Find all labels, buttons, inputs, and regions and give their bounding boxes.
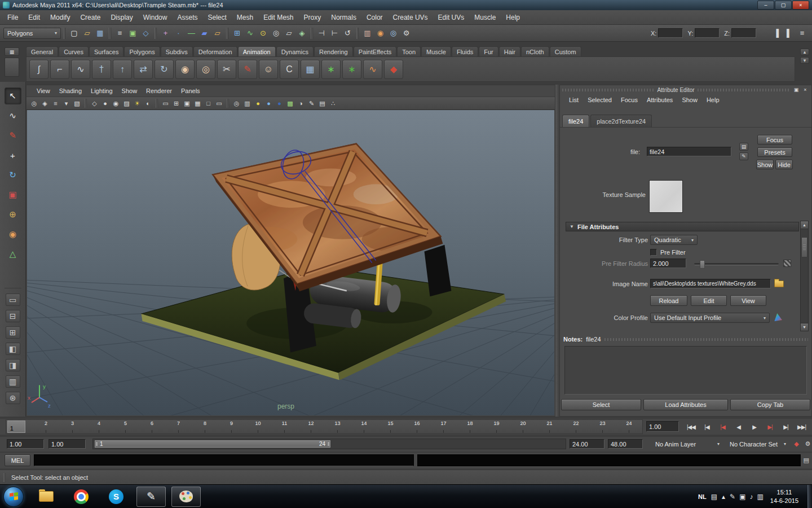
timeline-frame[interactable]: 14: [351, 420, 377, 433]
grease-pencil-icon[interactable]: ✎: [306, 98, 317, 108]
layout-outliner-persp-icon[interactable]: ▥: [6, 375, 20, 388]
playback-range-bar[interactable]: 1 24: [95, 440, 330, 448]
shelf-scroll-down-icon[interactable]: ▾: [800, 57, 809, 64]
menu-muscle[interactable]: Muscle: [469, 10, 501, 24]
shelf-tab-deformation[interactable]: Deformation: [193, 46, 237, 56]
vp-menu-view[interactable]: View: [32, 87, 55, 94]
shelf-tab-hair[interactable]: Hair: [499, 46, 520, 56]
show-desktop-button[interactable]: [807, 485, 812, 508]
open-scene-icon[interactable]: ▱: [81, 27, 94, 40]
menu-mesh[interactable]: Mesh: [232, 10, 258, 24]
shelf-scroll-up-icon[interactable]: ▴: [800, 49, 809, 55]
pre-filter-radius-field[interactable]: [650, 259, 686, 268]
select-tool[interactable]: ↖: [5, 87, 21, 104]
select-hulls-mask-icon[interactable]: ▱: [211, 27, 224, 40]
wireframe-icon[interactable]: ◇: [89, 98, 100, 108]
shelf-tab-muscle[interactable]: Muscle: [421, 46, 451, 56]
paint-app-taskbar-icon[interactable]: [171, 487, 201, 507]
soft-modification-tool[interactable]: ◉: [5, 226, 21, 243]
set-key-icon[interactable]: ◆: [384, 60, 403, 79]
z-field[interactable]: [731, 28, 756, 38]
mel-input[interactable]: [34, 454, 414, 466]
focus-button[interactable]: Focus: [757, 135, 792, 144]
gate-mask-icon[interactable]: ▣: [182, 98, 192, 108]
volume-tray-icon[interactable]: ♪: [750, 493, 753, 501]
layout-two-stacked-icon[interactable]: ⊟: [6, 310, 20, 322]
ipr-render-icon[interactable]: ◎: [387, 27, 400, 40]
cluster-icon[interactable]: C: [280, 60, 299, 79]
anim-layer-dropdown[interactable]: No Anim Layer ▾: [652, 439, 723, 449]
select-lines-mask-icon[interactable]: ―: [185, 27, 198, 40]
ae-menu-show[interactable]: Show: [677, 97, 702, 103]
lasso-select-tool[interactable]: ∿: [5, 107, 21, 124]
view-button[interactable]: View: [730, 295, 766, 306]
share-view-icon[interactable]: ∴: [328, 98, 338, 108]
ae-menu-list[interactable]: List: [564, 97, 583, 103]
select-component-icon[interactable]: ◇: [139, 27, 152, 40]
edit-button[interactable]: Edit: [691, 295, 727, 306]
toolbar-grip[interactable]: [63, 28, 65, 39]
timeline-frame[interactable]: 22: [563, 420, 589, 433]
select-camera-icon[interactable]: ◎: [29, 98, 39, 108]
field-chart-icon[interactable]: ▦: [192, 98, 203, 108]
range-start-handle[interactable]: [95, 441, 98, 446]
toggle-tool-settings-icon[interactable]: ▌: [783, 27, 796, 40]
toolbar-grip[interactable]: [311, 28, 313, 39]
menu-help[interactable]: Help: [501, 10, 525, 24]
timeline-frame[interactable]: 12: [298, 420, 324, 433]
timeline-frame[interactable]: 24: [616, 420, 642, 433]
animation-end-field[interactable]: [608, 439, 643, 449]
menu-create[interactable]: Create: [75, 10, 105, 24]
shelf-item-menu-button[interactable]: [5, 58, 19, 77]
smooth-shade-icon[interactable]: ●: [100, 98, 111, 108]
y-field[interactable]: [695, 28, 720, 38]
color-profile-dropdown[interactable]: Use Default Input Profile ▾: [650, 313, 770, 323]
timeline-frame[interactable]: 23: [589, 420, 616, 433]
current-time-field[interactable]: [646, 421, 679, 432]
select-points-mask-icon[interactable]: ∙: [172, 27, 185, 40]
auto-keyframe-icon[interactable]: ◆: [792, 439, 801, 449]
animation-preferences-icon[interactable]: ⚙: [803, 439, 812, 449]
shelf-tab-toon[interactable]: Toon: [397, 46, 421, 56]
lattice-icon[interactable]: ▦: [301, 60, 320, 79]
go-to-start-button[interactable]: |◀◀: [683, 420, 699, 433]
rotate-tool[interactable]: ↻: [5, 167, 21, 183]
use-all-lights-icon[interactable]: ☀: [132, 98, 143, 108]
menu-edit[interactable]: Edit: [23, 10, 45, 24]
textured-grid-icon[interactable]: ▩: [285, 98, 295, 108]
explorer-taskbar-icon[interactable]: [32, 487, 61, 507]
step-forward-key-button[interactable]: ▶|: [762, 420, 778, 433]
vp-menu-shading[interactable]: Shading: [55, 87, 86, 94]
hide-button[interactable]: Hide: [775, 160, 793, 169]
tablet-app-taskbar-icon[interactable]: ✎: [136, 487, 166, 507]
snapshot-icon[interactable]: ▤: [317, 98, 328, 108]
isolate-select-icon[interactable]: ◎: [231, 98, 242, 108]
universal-manipulator-tool[interactable]: ⊕: [5, 206, 21, 223]
keyboard-icon[interactable]: ▤: [711, 493, 717, 501]
shelf-tab-fluids[interactable]: Fluids: [452, 46, 478, 56]
script-editor-icon[interactable]: ▤: [804, 457, 809, 464]
shelf-tab-animation[interactable]: Animation: [238, 46, 276, 56]
safe-title-icon[interactable]: ▭: [214, 98, 224, 108]
wireframe-on-shaded-icon[interactable]: ◉: [111, 98, 121, 108]
construction-history-icon[interactable]: ↺: [341, 27, 354, 40]
timeline-frame[interactable]: 16: [404, 420, 430, 433]
animation-start-field[interactable]: [7, 439, 44, 449]
color-profile-icon[interactable]: [773, 313, 782, 321]
bookmark-icon[interactable]: ▾: [61, 98, 72, 108]
command-language-button[interactable]: MEL: [5, 454, 30, 466]
pan-zoom-tool-icon[interactable]: ⊛: [6, 392, 20, 404]
orient-joint-icon[interactable]: ↻: [155, 60, 174, 79]
vp-menu-show[interactable]: Show: [117, 87, 142, 94]
viewport-canvas[interactable]: y x z persp: [27, 110, 554, 415]
set-driven-key-icon[interactable]: ∗: [342, 60, 361, 79]
shelf-tab-custom[interactable]: Custom: [550, 46, 581, 56]
menu-edit-uvs[interactable]: Edit UVs: [433, 10, 470, 24]
shelf-tab-painteffects[interactable]: PaintEffects: [354, 46, 397, 56]
move-tool[interactable]: +: [5, 147, 21, 164]
maximize-button[interactable]: ▢: [775, 1, 792, 10]
render-current-frame-icon[interactable]: ◉: [374, 27, 387, 40]
select-object-icon[interactable]: ▣: [126, 27, 139, 40]
ae-menu-focus[interactable]: Focus: [616, 97, 642, 103]
toolbar-grip[interactable]: [356, 28, 359, 39]
